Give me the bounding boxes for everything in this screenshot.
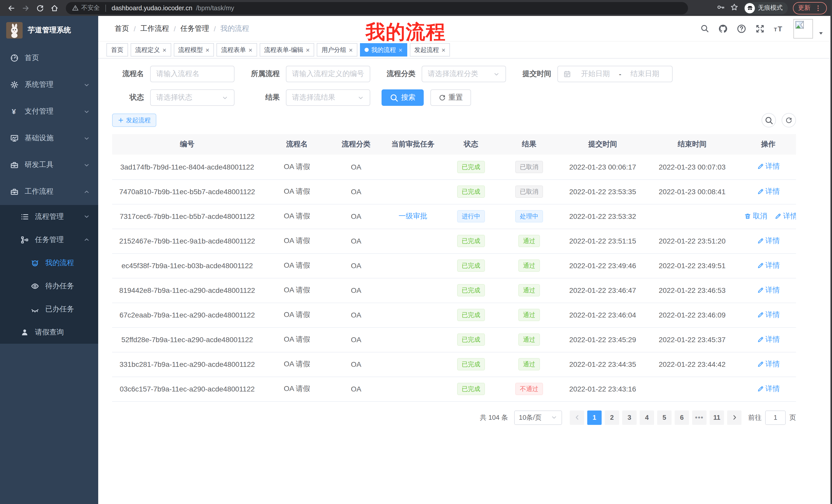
create-process-button[interactable]: 发起流程: [112, 114, 156, 127]
detail-link[interactable]: 详情: [757, 310, 780, 319]
placeholder-text: 请选择状态: [156, 93, 222, 102]
sidebar-item-2[interactable]: ¥ 支付管理: [0, 98, 98, 125]
avatar[interactable]: [794, 19, 813, 38]
tab-3[interactable]: 流程表单 ×: [216, 43, 257, 57]
sidebar-item-3[interactable]: 基础设施: [0, 125, 98, 151]
detail-link[interactable]: 详情: [757, 285, 780, 295]
category-select[interactable]: 请选择流程分类: [422, 66, 506, 82]
page-button-2[interactable]: 2: [605, 410, 619, 425]
goto-page: 前往 页: [748, 410, 796, 425]
page-button-11[interactable]: 11: [710, 410, 724, 425]
detail-link[interactable]: 详情: [757, 359, 780, 369]
close-icon[interactable]: ×: [398, 47, 402, 53]
sidebar-item-11[interactable]: 请假查询: [0, 320, 98, 344]
browser-forward-icon[interactable]: [20, 2, 32, 14]
cell-actions: 取消详情: [740, 204, 796, 229]
result-select[interactable]: 请选择流结果: [286, 89, 370, 106]
tab-4[interactable]: 流程表单-编辑 ×: [260, 43, 314, 57]
sidebar-item-7[interactable]: 任务管理: [0, 228, 98, 251]
table-row: 52ffd28e-7b9a-11ec-a290-acde48001122 OA …: [112, 327, 796, 352]
tab-0[interactable]: 首页: [106, 43, 128, 57]
page-size-select[interactable]: 10条/页: [514, 410, 562, 425]
current-task-link[interactable]: 一级审批: [398, 212, 427, 220]
key-icon[interactable]: [717, 3, 725, 13]
update-button[interactable]: 更新: [793, 2, 827, 14]
refresh-table-button[interactable]: [782, 113, 796, 128]
breadcrumb-item[interactable]: 工作流程: [140, 24, 169, 33]
address-bar[interactable]: 不安全 dashboard.yudao.iocoder.cn/bpm/task/…: [66, 2, 688, 14]
sidebar-item-9[interactable]: 待办任务: [0, 274, 98, 298]
detail-link[interactable]: 详情: [757, 187, 780, 196]
fontsize-icon[interactable]: TT: [774, 24, 784, 33]
detail-link[interactable]: 详情: [757, 384, 780, 393]
github-icon[interactable]: [718, 24, 728, 33]
cell-end-time: 2022-01-22 23:44:42: [644, 352, 740, 376]
close-icon[interactable]: ×: [249, 47, 252, 53]
detail-link[interactable]: 详情: [757, 335, 780, 344]
sidebar-item-5[interactable]: 工作流程: [0, 178, 98, 205]
goto-page-input[interactable]: [765, 410, 786, 425]
status-select[interactable]: 请选择状态: [150, 89, 234, 106]
tab-1[interactable]: 流程定义 ×: [131, 43, 171, 57]
reset-button[interactable]: 重置: [431, 89, 471, 106]
gauge-icon: [10, 54, 19, 62]
tab-2[interactable]: 流程模型 ×: [174, 43, 214, 57]
close-icon[interactable]: ×: [441, 47, 445, 53]
sidebar-item-10[interactable]: 已办任务: [0, 298, 98, 320]
sidebar-item-label: 待办任务: [45, 281, 98, 290]
pagination: 共 104 条 10条/页 123456•••11 前往 页: [112, 410, 796, 425]
detail-link[interactable]: 详情: [757, 261, 780, 270]
fullscreen-icon[interactable]: [755, 24, 765, 33]
table-row: 2152467e-7b9b-11ec-9a1b-acde48001122 OA …: [112, 229, 796, 253]
bookmark-star-icon[interactable]: [730, 3, 738, 13]
cancel-link[interactable]: 取消: [744, 212, 767, 221]
calendar-icon: [564, 71, 571, 78]
date-range-picker[interactable]: 开始日期 - 结束日期: [557, 66, 673, 82]
chevron-down-icon: [83, 108, 90, 115]
process-name-input[interactable]: 请输入流程名: [150, 66, 234, 82]
detail-link[interactable]: 详情: [757, 236, 780, 245]
sidebar-item-4[interactable]: 研发工具: [0, 151, 98, 178]
caret-down-icon[interactable]: [818, 30, 824, 36]
column-header: 操作: [740, 134, 796, 155]
security-status[interactable]: 不安全: [72, 4, 100, 12]
menu-dots-icon[interactable]: [814, 4, 822, 11]
next-page-button[interactable]: [727, 410, 742, 425]
breadcrumb-item[interactable]: 首页: [115, 24, 129, 33]
detail-link[interactable]: 详情: [774, 212, 796, 221]
prev-page-button[interactable]: [570, 410, 584, 425]
search-button[interactable]: 搜索: [382, 89, 424, 106]
cell-submit-time: 2022-01-22 23:53:32: [562, 204, 644, 229]
search-icon[interactable]: [700, 24, 709, 33]
more-pages-icon[interactable]: •••: [692, 410, 706, 425]
browser-home-icon[interactable]: [48, 2, 61, 14]
page-button-1[interactable]: 1: [587, 410, 602, 425]
tab-5[interactable]: 用户分组 ×: [317, 43, 357, 57]
sidebar-item-6[interactable]: 流程管理: [0, 205, 98, 228]
cell-id: 52ffd28e-7b9a-11ec-a290-acde48001122: [112, 327, 262, 352]
page-button-6[interactable]: 6: [675, 410, 689, 425]
action-label: 详情: [765, 285, 780, 295]
breadcrumb-item[interactable]: 任务管理: [181, 24, 209, 33]
edit-icon: [757, 336, 764, 343]
close-icon[interactable]: ×: [205, 47, 209, 53]
page-button-4[interactable]: 4: [640, 410, 654, 425]
filter-definition-label: 所属流程: [246, 69, 280, 79]
close-icon[interactable]: ×: [306, 47, 310, 53]
close-icon[interactable]: ×: [349, 47, 353, 53]
sidebar-item-8[interactable]: 我的流程: [0, 251, 98, 274]
browser-reload-icon[interactable]: [34, 2, 46, 14]
detail-link[interactable]: 详情: [757, 162, 780, 171]
browser-back-icon[interactable]: [5, 2, 18, 14]
tab-label: 流程定义: [135, 46, 160, 54]
action-label: 取消: [753, 212, 767, 221]
page-button-5[interactable]: 5: [657, 410, 672, 425]
sidebar-item-0[interactable]: 首页: [0, 45, 98, 72]
page-button-3[interactable]: 3: [622, 410, 636, 425]
show-search-button[interactable]: [761, 113, 776, 128]
process-definition-input[interactable]: 请输入流程定义的编号: [286, 66, 370, 82]
close-icon[interactable]: ×: [162, 47, 166, 53]
question-icon[interactable]: [737, 24, 746, 33]
sidebar-item-1[interactable]: 系统管理: [0, 72, 98, 98]
app-logo[interactable]: 芋道管理系统: [0, 16, 98, 45]
